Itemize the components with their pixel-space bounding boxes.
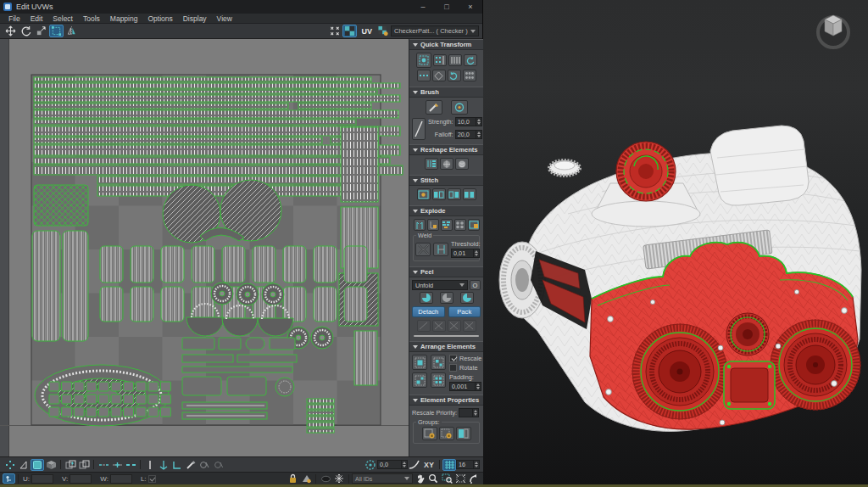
flatten-by-smoothing-button[interactable] xyxy=(414,219,426,231)
u-field[interactable] xyxy=(31,474,53,484)
falloff-type-button[interactable] xyxy=(412,118,426,140)
lock-aspect-checkbox[interactable] xyxy=(148,475,156,483)
edit-seams-button[interactable] xyxy=(460,292,474,304)
texture-dropdown[interactable]: CheckerPatt... ( Checker ) xyxy=(391,25,479,36)
menu-mapping[interactable]: Mapping xyxy=(105,14,143,23)
rescale-checkbox[interactable] xyxy=(449,355,457,362)
rotate-checkbox[interactable] xyxy=(449,364,457,372)
falloff-curve-button[interactable] xyxy=(408,459,421,471)
weld-custom-button[interactable] xyxy=(415,243,431,256)
lock-selection-button[interactable] xyxy=(286,473,299,484)
pack-button[interactable]: Pack xyxy=(448,306,481,317)
stitch-to-source-button[interactable] xyxy=(448,188,461,200)
viewcube[interactable] xyxy=(814,10,853,49)
soft-selection-button[interactable] xyxy=(364,459,377,471)
flatten-by-material-button[interactable] xyxy=(441,219,453,231)
padding-spinner[interactable]: 0,001 xyxy=(449,382,481,391)
seam-loop-button[interactable] xyxy=(448,320,461,332)
detach-button[interactable]: Detach xyxy=(412,306,445,317)
absolute-offset-toggle[interactable] xyxy=(3,473,15,484)
weld-selected-button[interactable] xyxy=(433,243,448,256)
align-element-button[interactable] xyxy=(432,70,446,81)
transform-gizmo-button[interactable] xyxy=(416,53,431,68)
rotate-ccw-button[interactable] xyxy=(464,54,477,66)
pan-to-selection-button[interactable] xyxy=(467,473,481,484)
freeform-mode-button[interactable] xyxy=(49,25,64,37)
pan-button[interactable] xyxy=(413,473,426,484)
align-horizontal-button[interactable] xyxy=(433,54,447,66)
menu-view[interactable]: View xyxy=(212,14,237,23)
material-id-filter-dropdown[interactable]: All IDs xyxy=(352,473,413,484)
align-to-pivot-button[interactable] xyxy=(170,459,184,471)
select-group-button[interactable] xyxy=(456,427,471,440)
grid-snap-button[interactable] xyxy=(442,459,456,471)
space-horizontal-button[interactable] xyxy=(417,70,431,81)
soft-selection-value-spinner[interactable]: 0,0 xyxy=(377,460,408,469)
uv-canvas[interactable] xyxy=(0,39,409,456)
align-vertical-button[interactable] xyxy=(448,54,462,66)
w-field[interactable] xyxy=(110,474,132,484)
titlebar[interactable]: Edit UVWs – □ × xyxy=(0,0,482,14)
peel-strength-slider[interactable] xyxy=(414,335,479,337)
paste-weld-button[interactable] xyxy=(64,459,77,471)
falloff-spinner[interactable]: 20,0 xyxy=(455,130,482,139)
v-field[interactable] xyxy=(70,474,92,484)
falloff-space-label[interactable]: XY xyxy=(424,461,434,469)
stitch-to-average-button[interactable] xyxy=(463,188,476,200)
menu-select[interactable]: Select xyxy=(47,14,78,23)
menu-edit[interactable]: Edit xyxy=(25,14,48,23)
menu-options[interactable]: Options xyxy=(142,14,177,23)
maximize-button[interactable]: □ xyxy=(435,0,459,14)
filter-selected-faces-button[interactable] xyxy=(299,473,313,484)
relax-button[interactable] xyxy=(455,158,469,170)
quick-peel-button[interactable] xyxy=(420,292,433,304)
pack-together-button[interactable] xyxy=(412,355,427,370)
seam-edge-button[interactable] xyxy=(432,320,446,332)
grid-size-spinner[interactable]: 16 xyxy=(456,460,480,469)
move-tool-button[interactable] xyxy=(3,25,18,37)
paint-select-grow-button[interactable] xyxy=(198,459,211,471)
zoom-region-button[interactable] xyxy=(440,473,453,484)
group-selected-button[interactable] xyxy=(422,427,437,440)
seam-point-button[interactable] xyxy=(417,320,431,332)
rollout-header-peel[interactable]: Peel xyxy=(409,266,483,277)
rollout-header-quick-transform[interactable]: Quick Transform xyxy=(409,39,483,50)
pack-normalize-button[interactable] xyxy=(431,355,446,370)
explode-by-smoothing-button[interactable] xyxy=(454,219,466,231)
scale-tool-button[interactable] xyxy=(34,25,48,37)
pelt-dialog-button[interactable]: O xyxy=(470,280,481,290)
select-point-button[interactable] xyxy=(3,459,17,471)
rotate-tool-button[interactable] xyxy=(19,25,33,37)
loop-selection-button[interactable] xyxy=(124,459,137,471)
paint-select-button[interactable] xyxy=(184,459,198,471)
ring-vertical-button[interactable] xyxy=(143,459,157,471)
select-rectangular-button[interactable] xyxy=(31,459,44,471)
straighten-button[interactable] xyxy=(425,158,438,170)
relax-brush-button[interactable] xyxy=(451,100,468,115)
ungroup-button[interactable] xyxy=(439,427,454,440)
stitch-custom-button[interactable] xyxy=(417,188,431,200)
menu-tools[interactable]: Tools xyxy=(78,14,105,23)
rollout-header-explode[interactable]: Explode xyxy=(409,205,483,216)
distribute-button[interactable] xyxy=(463,70,476,81)
select-element-button[interactable] xyxy=(44,459,58,471)
zoom-extents-button[interactable] xyxy=(453,473,467,484)
freeze-selected-button[interactable] xyxy=(332,473,346,484)
shrink-selection-button[interactable] xyxy=(97,459,110,471)
rescale-elements-button[interactable] xyxy=(412,372,427,388)
select-lasso-button[interactable] xyxy=(17,459,31,471)
threshold-spinner[interactable]: 0,01 xyxy=(451,249,480,258)
stitch-to-target-button[interactable] xyxy=(432,188,446,200)
strength-spinner[interactable]: 10,0 xyxy=(455,117,482,126)
rollout-header-element-properties[interactable]: Element Properties xyxy=(409,395,483,406)
minimize-button[interactable]: – xyxy=(411,0,435,14)
rescale-priority-spinner[interactable] xyxy=(459,408,479,417)
rollout-header-stitch[interactable]: Stitch xyxy=(409,175,483,186)
break-button[interactable] xyxy=(327,25,342,37)
flatten-by-angle-button[interactable] xyxy=(427,219,439,231)
viewport-3d[interactable] xyxy=(483,0,868,487)
pack-full-button[interactable] xyxy=(431,372,446,388)
grow-selection-button[interactable] xyxy=(110,459,124,471)
rollout-header-reshape[interactable]: Reshape Elements xyxy=(409,144,483,155)
zoom-button[interactable] xyxy=(426,473,440,484)
